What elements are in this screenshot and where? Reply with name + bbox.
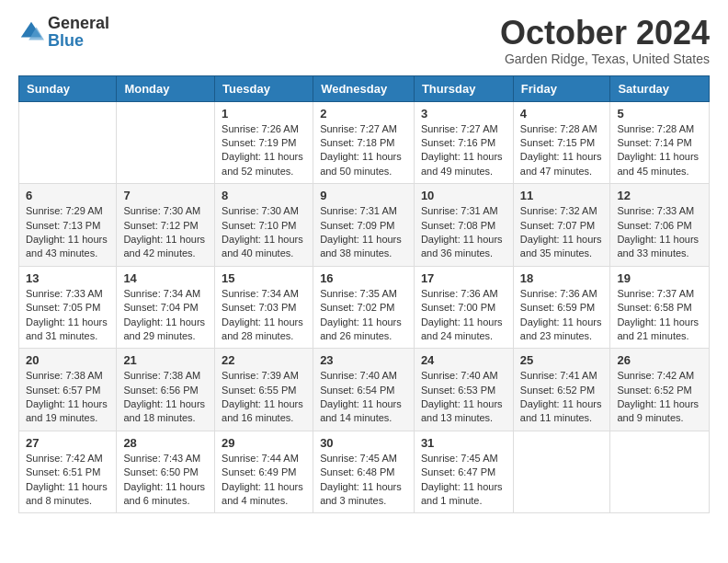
calendar-cell: 2Sunrise: 7:27 AM Sunset: 7:18 PM Daylig… [313,101,415,184]
day-info: Sunrise: 7:42 AM Sunset: 6:51 PM Dayligh… [26,452,109,509]
day-number: 19 [617,271,702,285]
calendar: Sunday Monday Tuesday Wednesday Thursday… [18,75,710,514]
day-number: 16 [320,271,407,285]
calendar-cell: 17Sunrise: 7:36 AM Sunset: 7:00 PM Dayli… [414,266,513,349]
day-info: Sunrise: 7:27 AM Sunset: 7:16 PM Dayligh… [421,122,506,179]
day-number: 14 [123,271,208,285]
calendar-cell: 12Sunrise: 7:33 AM Sunset: 7:06 PM Dayli… [610,184,710,267]
day-info: Sunrise: 7:39 AM Sunset: 6:55 PM Dayligh… [222,369,306,426]
calendar-week-1: 1Sunrise: 7:26 AM Sunset: 7:19 PM Daylig… [19,101,710,184]
calendar-week-3: 13Sunrise: 7:33 AM Sunset: 7:05 PM Dayli… [19,266,710,349]
calendar-cell [610,431,710,513]
day-number: 23 [320,353,407,367]
location: Garden Ridge, Texas, United States [500,52,710,66]
calendar-cell: 3Sunrise: 7:27 AM Sunset: 7:16 PM Daylig… [414,101,513,184]
calendar-cell: 4Sunrise: 7:28 AM Sunset: 7:15 PM Daylig… [513,101,610,184]
calendar-cell: 19Sunrise: 7:37 AM Sunset: 6:58 PM Dayli… [610,266,710,349]
logo-text: General Blue [48,15,109,50]
calendar-cell: 25Sunrise: 7:41 AM Sunset: 6:52 PM Dayli… [513,349,610,431]
day-info: Sunrise: 7:36 AM Sunset: 6:59 PM Dayligh… [520,287,604,344]
day-number: 28 [123,436,208,450]
day-info: Sunrise: 7:31 AM Sunset: 7:08 PM Dayligh… [421,204,506,261]
calendar-cell: 26Sunrise: 7:42 AM Sunset: 6:52 PM Dayli… [610,349,710,431]
day-number: 22 [222,353,306,367]
calendar-cell: 13Sunrise: 7:33 AM Sunset: 7:05 PM Dayli… [19,266,117,349]
day-info: Sunrise: 7:42 AM Sunset: 6:52 PM Dayligh… [617,369,702,426]
day-number: 6 [26,189,109,202]
col-friday: Friday [513,75,610,101]
calendar-cell: 27Sunrise: 7:42 AM Sunset: 6:51 PM Dayli… [19,431,117,513]
day-info: Sunrise: 7:30 AM Sunset: 7:12 PM Dayligh… [123,204,208,261]
day-number: 21 [123,353,208,367]
calendar-cell: 9Sunrise: 7:31 AM Sunset: 7:09 PM Daylig… [313,184,415,267]
logo-general: General [48,14,109,32]
calendar-cell: 8Sunrise: 7:30 AM Sunset: 7:10 PM Daylig… [215,184,313,267]
day-number: 3 [421,107,506,121]
day-info: Sunrise: 7:32 AM Sunset: 7:07 PM Dayligh… [520,204,604,261]
day-info: Sunrise: 7:41 AM Sunset: 6:52 PM Dayligh… [520,369,604,426]
calendar-cell: 31Sunrise: 7:45 AM Sunset: 6:47 PM Dayli… [414,431,513,513]
day-info: Sunrise: 7:36 AM Sunset: 7:00 PM Dayligh… [421,287,506,344]
day-info: Sunrise: 7:44 AM Sunset: 6:49 PM Dayligh… [222,452,306,509]
logo: General Blue [18,15,109,50]
page: General Blue October 2024 Garden Ridge, … [0,0,728,532]
calendar-cell [117,101,215,184]
logo-blue: Blue [48,31,84,50]
month-title: October 2024 [500,15,710,52]
calendar-cell: 23Sunrise: 7:40 AM Sunset: 6:54 PM Dayli… [313,349,415,431]
title-block: October 2024 Garden Ridge, Texas, United… [500,15,710,66]
day-number: 26 [617,353,702,367]
calendar-cell [19,101,117,184]
day-info: Sunrise: 7:30 AM Sunset: 7:10 PM Dayligh… [222,204,306,261]
header: General Blue October 2024 Garden Ridge, … [18,15,710,66]
day-info: Sunrise: 7:33 AM Sunset: 7:05 PM Dayligh… [26,287,109,344]
col-monday: Monday [117,75,215,101]
calendar-cell [513,431,610,513]
calendar-cell: 28Sunrise: 7:43 AM Sunset: 6:50 PM Dayli… [117,431,215,513]
day-number: 24 [421,353,506,367]
calendar-cell: 10Sunrise: 7:31 AM Sunset: 7:08 PM Dayli… [414,184,513,267]
day-number: 8 [222,189,306,202]
calendar-cell: 15Sunrise: 7:34 AM Sunset: 7:03 PM Dayli… [215,266,313,349]
calendar-cell: 24Sunrise: 7:40 AM Sunset: 6:53 PM Dayli… [414,349,513,431]
calendar-cell: 16Sunrise: 7:35 AM Sunset: 7:02 PM Dayli… [313,266,415,349]
calendar-cell: 21Sunrise: 7:38 AM Sunset: 6:56 PM Dayli… [117,349,215,431]
day-number: 15 [222,271,306,285]
day-number: 20 [26,353,109,367]
day-info: Sunrise: 7:38 AM Sunset: 6:56 PM Dayligh… [123,369,208,426]
calendar-cell: 1Sunrise: 7:26 AM Sunset: 7:19 PM Daylig… [215,101,313,184]
col-thursday: Thursday [414,75,513,101]
day-info: Sunrise: 7:45 AM Sunset: 6:47 PM Dayligh… [421,452,506,509]
calendar-cell: 11Sunrise: 7:32 AM Sunset: 7:07 PM Dayli… [513,184,610,267]
calendar-week-2: 6Sunrise: 7:29 AM Sunset: 7:13 PM Daylig… [19,184,710,267]
day-number: 7 [123,189,208,202]
day-info: Sunrise: 7:31 AM Sunset: 7:09 PM Dayligh… [320,204,407,261]
calendar-cell: 14Sunrise: 7:34 AM Sunset: 7:04 PM Dayli… [117,266,215,349]
day-info: Sunrise: 7:37 AM Sunset: 6:58 PM Dayligh… [617,287,702,344]
calendar-cell: 6Sunrise: 7:29 AM Sunset: 7:13 PM Daylig… [19,184,117,267]
day-number: 11 [520,189,604,202]
logo-icon [18,19,44,45]
calendar-week-4: 20Sunrise: 7:38 AM Sunset: 6:57 PM Dayli… [19,349,710,431]
day-number: 29 [222,436,306,450]
day-info: Sunrise: 7:34 AM Sunset: 7:04 PM Dayligh… [123,287,208,344]
calendar-week-5: 27Sunrise: 7:42 AM Sunset: 6:51 PM Dayli… [19,431,710,513]
day-number: 27 [26,436,109,450]
day-info: Sunrise: 7:45 AM Sunset: 6:48 PM Dayligh… [320,452,407,509]
col-saturday: Saturday [610,75,710,101]
day-info: Sunrise: 7:28 AM Sunset: 7:15 PM Dayligh… [520,122,604,179]
day-info: Sunrise: 7:40 AM Sunset: 6:54 PM Dayligh… [320,369,407,426]
col-sunday: Sunday [19,75,117,101]
day-info: Sunrise: 7:43 AM Sunset: 6:50 PM Dayligh… [123,452,208,509]
day-info: Sunrise: 7:38 AM Sunset: 6:57 PM Dayligh… [26,369,109,426]
day-number: 9 [320,189,407,202]
calendar-cell: 7Sunrise: 7:30 AM Sunset: 7:12 PM Daylig… [117,184,215,267]
day-info: Sunrise: 7:33 AM Sunset: 7:06 PM Dayligh… [617,204,702,261]
day-info: Sunrise: 7:29 AM Sunset: 7:13 PM Dayligh… [26,204,109,261]
day-number: 30 [320,436,407,450]
day-info: Sunrise: 7:27 AM Sunset: 7:18 PM Dayligh… [320,122,407,179]
day-number: 17 [421,271,506,285]
day-info: Sunrise: 7:34 AM Sunset: 7:03 PM Dayligh… [222,287,306,344]
day-info: Sunrise: 7:28 AM Sunset: 7:14 PM Dayligh… [617,122,702,179]
calendar-header-row: Sunday Monday Tuesday Wednesday Thursday… [19,75,710,101]
